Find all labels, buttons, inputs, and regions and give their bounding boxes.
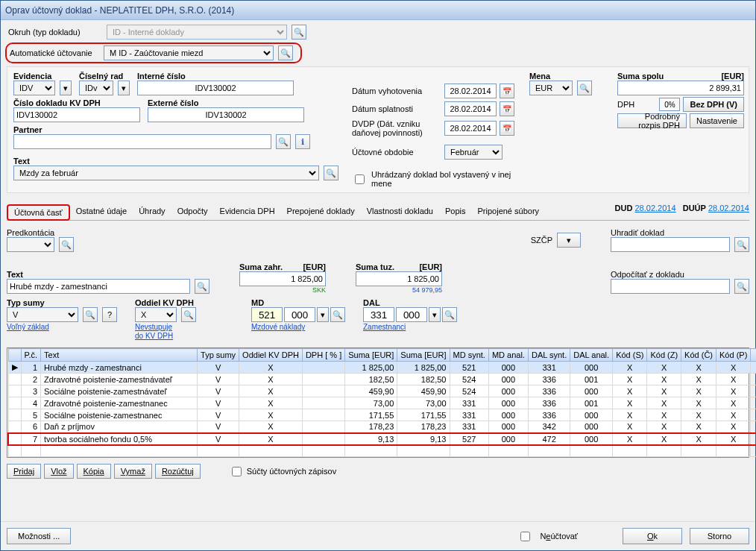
table-row[interactable]: 4Zdravotné poistenie-zamestnanecVX73,007…: [8, 397, 756, 409]
table-header[interactable]: Suma [EUR]: [397, 349, 450, 362]
table-cell[interactable]: X: [716, 433, 751, 445]
table-cell[interactable]: X: [613, 374, 647, 385]
table-cell[interactable]: X: [239, 362, 303, 374]
table-cell[interactable]: 000: [488, 385, 528, 397]
uhradit-input[interactable]: [611, 237, 730, 252]
table-cell[interactable]: 524: [450, 385, 488, 397]
table-cell[interactable]: 336: [528, 374, 570, 385]
dud-value[interactable]: 28.02.2014: [634, 204, 675, 212]
table-row[interactable]: ▶1Hrubé mzdy - zamestnanciVX1 825,001 82…: [8, 362, 756, 374]
table-cell[interactable]: 1 825,00: [397, 362, 450, 374]
table-header[interactable]: Typ sumy: [198, 349, 239, 362]
table-cell[interactable]: 000: [488, 397, 528, 409]
entries-table[interactable]: P.č.TextTyp sumyOddiel KV DPHDPH [ % ]Su…: [7, 348, 756, 457]
table-cell[interactable]: X: [613, 397, 647, 409]
table-cell[interactable]: Daň z príjmov: [41, 421, 198, 433]
table-cell[interactable]: V: [198, 374, 239, 385]
nastavenie-button[interactable]: Nastavenie: [690, 113, 744, 128]
tab-evidencia-dph[interactable]: Evidencia DPH: [214, 204, 281, 221]
table-cell[interactable]: X: [681, 409, 716, 421]
md-link[interactable]: Mzdové náklady: [251, 323, 305, 331]
table-cell[interactable]: 000: [570, 421, 613, 433]
table-cell[interactable]: [8, 374, 21, 385]
table-row[interactable]: 5Sociálne poistenie-zamestnanecVX171,551…: [8, 409, 756, 421]
bez-dph-button[interactable]: Bez DPH (V): [683, 97, 744, 112]
table-cell[interactable]: [8, 397, 21, 409]
table-header[interactable]: DAL anal.: [570, 349, 613, 362]
table-header[interactable]: Poznámka: [751, 349, 756, 362]
dal-lookup-icon[interactable]: [442, 307, 457, 322]
table-cell[interactable]: 9,13: [397, 433, 450, 445]
kvdph-input[interactable]: [13, 107, 140, 122]
dal-link[interactable]: Zamestnanci: [363, 323, 406, 331]
oddiel-link2[interactable]: do KV DPH: [135, 332, 173, 340]
table-cell[interactable]: [751, 433, 756, 445]
table-cell[interactable]: [8, 409, 21, 421]
partner-lookup-icon[interactable]: [276, 134, 291, 149]
acct-text-lookup-icon[interactable]: [195, 279, 210, 294]
table-cell[interactable]: X: [239, 433, 303, 445]
okruh-lookup-icon[interactable]: [292, 25, 306, 40]
table-cell[interactable]: 9,13: [345, 433, 397, 445]
table-cell[interactable]: [302, 433, 344, 445]
datum-vyhot-calendar-icon[interactable]: [500, 84, 514, 98]
table-cell[interactable]: X: [647, 385, 681, 397]
table-cell[interactable]: 171,55: [345, 409, 397, 421]
table-cell[interactable]: 73,00: [397, 397, 450, 409]
table-cell[interactable]: X: [647, 374, 681, 385]
tab-odpocty[interactable]: Odpočty: [171, 204, 214, 221]
table-cell[interactable]: 2: [21, 374, 41, 385]
table-cell[interactable]: 178,23: [345, 421, 397, 433]
table-header[interactable]: MD anal.: [488, 349, 528, 362]
table-cell[interactable]: X: [716, 409, 751, 421]
table-cell[interactable]: X: [681, 421, 716, 433]
table-cell[interactable]: [8, 421, 21, 433]
table-row[interactable]: 2Zdravotné poistenie-zamestnávateľVX182,…: [8, 374, 756, 385]
table-cell[interactable]: 1: [21, 362, 41, 374]
table-cell[interactable]: 527: [450, 433, 488, 445]
table-cell[interactable]: ▶: [8, 362, 21, 374]
table-cell[interactable]: 000: [570, 362, 613, 374]
ciselny-dropdown-icon[interactable]: ▾: [118, 81, 130, 95]
table-cell[interactable]: [302, 409, 344, 421]
md-synt-input[interactable]: [251, 307, 283, 322]
table-cell[interactable]: [751, 397, 756, 409]
table-cell[interactable]: X: [239, 409, 303, 421]
ok-button[interactable]: Ok: [623, 528, 682, 544]
table-cell[interactable]: X: [647, 397, 681, 409]
dal-dropdown-icon[interactable]: ▾: [429, 307, 441, 322]
table-cell[interactable]: X: [681, 374, 716, 385]
table-cell[interactable]: 521: [450, 362, 488, 374]
table-cell[interactable]: X: [613, 385, 647, 397]
table-cell[interactable]: X: [647, 362, 681, 374]
dal-synt-input[interactable]: [363, 307, 394, 322]
table-cell[interactable]: [302, 385, 344, 397]
table-cell[interactable]: 4: [21, 397, 41, 409]
table-row[interactable]: 6Daň z príjmovVX178,23178,23331000342000…: [8, 421, 756, 433]
header-text-select[interactable]: Mzdy za február: [13, 166, 319, 180]
datum-splat-calendar-icon[interactable]: [500, 101, 514, 116]
table-row[interactable]: 3Sociálne poistenie-zamestnávateľVX459,9…: [8, 385, 756, 397]
tab-pripojene-subory[interactable]: Pripojené súbory: [472, 204, 546, 221]
table-cell[interactable]: X: [681, 385, 716, 397]
typ-sumy-help-icon[interactable]: ?: [102, 307, 117, 322]
predkontacia-lookup-icon[interactable]: [59, 237, 74, 252]
table-cell[interactable]: 000: [488, 362, 528, 374]
okruh-select[interactable]: ID - Interné doklady: [107, 25, 287, 40]
table-cell[interactable]: [751, 385, 756, 397]
table-header[interactable]: Text: [41, 349, 198, 362]
table-cell[interactable]: 178,23: [397, 421, 450, 433]
table-cell[interactable]: 182,50: [345, 374, 397, 385]
table-cell[interactable]: [302, 374, 344, 385]
uhradit-lookup-icon[interactable]: [734, 237, 749, 252]
datum-splat-input[interactable]: [444, 101, 497, 116]
table-cell[interactable]: Hrubé mzdy - zamestnanci: [41, 362, 198, 374]
table-cell[interactable]: 472: [528, 433, 570, 445]
table-cell[interactable]: X: [613, 421, 647, 433]
table-cell[interactable]: [751, 374, 756, 385]
table-cell[interactable]: Sociálne poistenie-zamestnanec: [41, 409, 198, 421]
tab-popis[interactable]: Popis: [439, 204, 472, 221]
md-lookup-icon[interactable]: [330, 307, 345, 322]
dvpd-calendar-icon[interactable]: [500, 121, 514, 136]
table-cell[interactable]: 7: [21, 433, 41, 445]
